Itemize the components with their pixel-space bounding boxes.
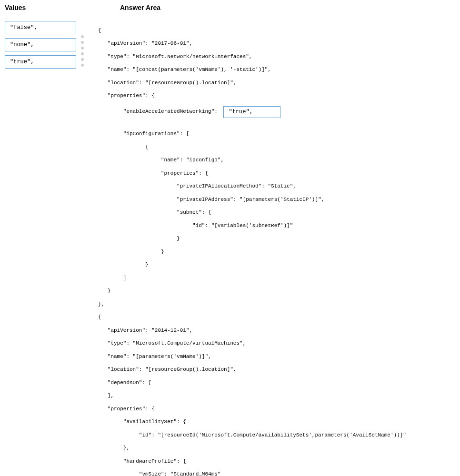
code-line: "apiVersion": "2017-06-01", — [98, 40, 457, 47]
code-line: ] — [98, 275, 457, 282]
code-line: "id": "[resourceId('Microsoft.Compute/av… — [98, 432, 457, 439]
code-fragment: "enableAcceleratedNetworking": — [98, 109, 220, 115]
code-line: "apiVersion": "2014-12-01", — [98, 327, 457, 334]
answer-header: Answer Area — [81, 4, 455, 11]
code-line: "location": "[resourceGroup().location]"… — [98, 367, 457, 373]
code-line: { — [98, 144, 457, 151]
code-line: { — [98, 28, 457, 34]
code-line: "privateIPAddress": "[parameters('Static… — [98, 197, 457, 203]
values-header: Values — [5, 4, 81, 11]
code-line: "privateIPAllocationMethod": "Static", — [98, 183, 457, 190]
bullet-icon — [81, 52, 84, 55]
code-line: "id": "[variables('subnetRef')]" — [98, 223, 457, 229]
code-line: "properties": { — [98, 406, 457, 413]
code-line: "vmSize": "Standard_M64ms" — [98, 471, 457, 476]
code-line: "ipConfigurations": [ — [98, 131, 457, 138]
bullet-icon — [81, 41, 84, 44]
bullets-column — [76, 21, 91, 69]
code-line: { — [98, 314, 457, 321]
answer-area: { "apiVersion": "2017-06-01", "type": "M… — [98, 21, 457, 476]
code-line: "properties": { — [98, 93, 457, 99]
code-line: "availabilitySet": { — [98, 419, 457, 426]
code-line: "location": "[resourceGroup().location]"… — [98, 80, 457, 87]
header-row: Values Answer Area — [5, 4, 455, 11]
bullet-icon — [81, 64, 84, 67]
code-line: "subnet": { — [98, 209, 457, 216]
code-line: } — [98, 262, 457, 268]
code-line-with-slot: "enableAcceleratedNetworking": "true", — [98, 106, 457, 118]
content-row: "false", "none", "true", { "apiVersion":… — [5, 21, 455, 476]
value-false[interactable]: "false", — [5, 21, 76, 34]
code-line: "name": "[concat(parameters('vmName'), '… — [98, 67, 457, 73]
code-line: "hardwareProfile": { — [98, 458, 457, 465]
code-line: "properties": { — [98, 170, 457, 177]
drop-target-accelerated-networking[interactable]: "true", — [223, 106, 280, 118]
code-line: "name": "ipconfig1", — [98, 157, 457, 164]
values-column: "false", "none", "true", — [5, 21, 76, 72]
bullet-icon — [81, 35, 84, 38]
code-line: "type": "Microsoft.Network/networkInterf… — [98, 54, 457, 60]
bullet-icon — [81, 58, 84, 61]
code-line: } — [98, 288, 457, 295]
code-line: ], — [98, 393, 457, 399]
code-line: "type": "Microsoft.Compute/virtualMachin… — [98, 340, 457, 347]
code-line: } — [98, 236, 457, 242]
code-line: }, — [98, 301, 457, 308]
code-line: }, — [98, 445, 457, 452]
value-none[interactable]: "none", — [5, 38, 76, 51]
value-true[interactable]: "true", — [5, 55, 76, 69]
code-line: "dependsOn": [ — [98, 380, 457, 387]
code-line: } — [98, 249, 457, 256]
code-line: "name": "[parameters('vmName')]", — [98, 354, 457, 360]
bullet-icon — [81, 47, 84, 50]
